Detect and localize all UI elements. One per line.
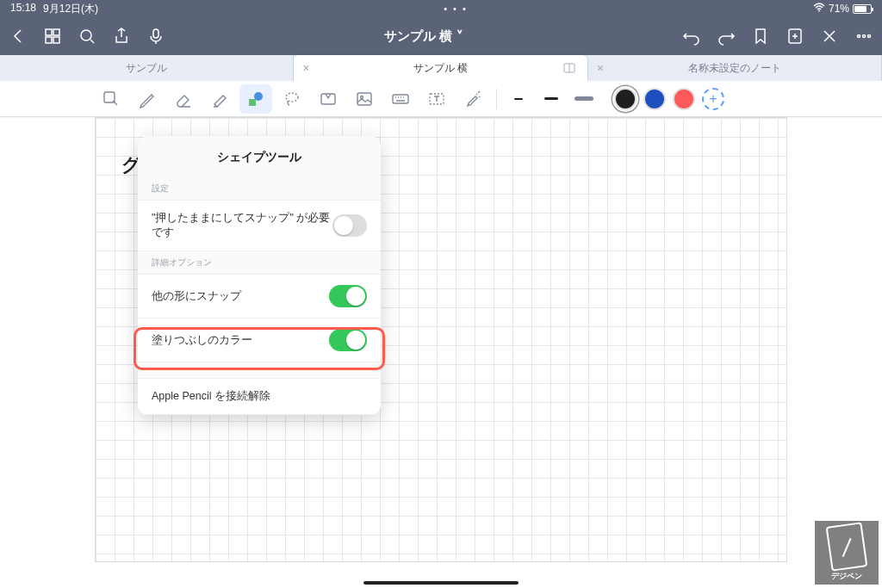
row-disconnect-pencil[interactable]: Apple Pencil を接続解除 [138, 378, 381, 415]
toggle-fill-color[interactable] [329, 329, 367, 351]
status-time: 15:18 [10, 2, 36, 16]
popover-section-settings: 設定 [138, 177, 381, 200]
tool-pen[interactable] [131, 84, 164, 114]
row-snap-other: 他の形にスナップ [138, 274, 381, 319]
back-icon[interactable] [9, 27, 28, 46]
tab-1-label: サンプル 横 [413, 61, 468, 76]
svg-point-10 [868, 35, 871, 38]
svg-point-9 [863, 35, 866, 38]
tab-0-label: サンプル [126, 61, 167, 76]
watermark: デジペン [815, 521, 879, 585]
tool-highlighter[interactable] [203, 84, 236, 114]
svg-rect-1 [46, 29, 52, 35]
watermark-label: デジペン [831, 571, 862, 582]
tool-zoom[interactable] [95, 84, 127, 114]
popover-title: シェイプツール [138, 136, 381, 177]
more-icon[interactable] [854, 27, 873, 46]
status-bar: 15:18 9月12日(木) • • • 71% [0, 0, 882, 17]
stroke-med[interactable] [537, 91, 566, 107]
svg-rect-4 [53, 37, 59, 43]
tool-image[interactable] [348, 84, 381, 114]
tab2-close-icon[interactable]: × [597, 61, 604, 75]
share-icon[interactable] [112, 27, 131, 46]
watermark-device-icon [826, 522, 868, 571]
svg-point-18 [361, 96, 363, 98]
row-snap-required: "押したままにしてスナップ" が必要です [138, 200, 381, 251]
svg-point-8 [858, 35, 860, 38]
color-black[interactable] [614, 88, 637, 110]
row-snap-other-label: 他の形にスナップ [152, 289, 241, 304]
status-multitask-dots[interactable]: • • • [98, 3, 813, 14]
stroke-thin[interactable] [504, 91, 533, 107]
tool-textbox[interactable] [420, 84, 453, 114]
tab-0[interactable]: サンプル [0, 55, 294, 81]
svg-point-5 [81, 30, 91, 40]
thumbnails-icon[interactable] [43, 27, 62, 46]
tool-lasso[interactable] [276, 84, 308, 114]
shape-tool-popover: シェイプツール 設定 "押したままにしてスナップ" が必要です 詳細オプション … [138, 136, 381, 415]
tab-1[interactable]: × サンプル 横 [294, 55, 587, 81]
mic-icon[interactable] [146, 27, 165, 46]
wifi-icon [813, 3, 825, 15]
stroke-thick[interactable] [569, 91, 599, 107]
tool-laser[interactable] [457, 84, 489, 114]
row-fill-color: 塗りつぶしのカラー [138, 319, 381, 362]
tool-keyboard[interactable] [384, 84, 417, 114]
row-disconnect-pencil-label: Apple Pencil を接続解除 [152, 389, 270, 404]
tab-close-icon[interactable]: × [302, 61, 309, 75]
redo-icon[interactable] [717, 27, 736, 46]
svg-point-0 [818, 10, 820, 12]
toolbar-separator [496, 89, 497, 109]
add-page-icon[interactable] [786, 27, 804, 46]
toggle-snap-other[interactable] [329, 285, 367, 307]
tool-eraser[interactable] [167, 84, 200, 114]
tool-elements[interactable] [312, 84, 345, 114]
tab-2[interactable]: ×名称未設定のノート [588, 55, 882, 81]
battery-icon [853, 4, 872, 14]
color-red[interactable] [673, 88, 695, 110]
svg-rect-6 [153, 29, 158, 38]
home-indicator[interactable] [363, 581, 519, 585]
tab-strip: サンプル × サンプル 横 ×名称未設定のノート [0, 55, 882, 81]
toolbar: + [0, 81, 882, 117]
toggle-snap-required[interactable] [332, 214, 367, 237]
svg-rect-2 [53, 29, 59, 35]
tool-shapes[interactable] [239, 84, 272, 114]
tab-book-icon[interactable] [563, 62, 575, 74]
svg-rect-3 [46, 37, 52, 43]
search-icon[interactable] [78, 27, 96, 46]
svg-point-14 [254, 92, 263, 101]
popover-section-advanced: 詳細オプション [138, 251, 381, 274]
close-icon[interactable] [820, 27, 839, 46]
undo-icon[interactable] [682, 27, 701, 46]
row-fill-color-label: 塗りつぶしのカラー [152, 333, 252, 348]
color-blue[interactable] [643, 88, 666, 110]
page-title[interactable]: サンプル 横 ˅ [165, 28, 682, 45]
svg-rect-13 [249, 99, 256, 106]
bookmark-icon[interactable] [751, 27, 770, 46]
svg-rect-19 [393, 95, 408, 103]
battery-percent: 71% [829, 3, 849, 15]
status-date: 9月12日(木) [43, 2, 98, 16]
svg-rect-17 [357, 93, 371, 105]
color-add[interactable]: + [702, 88, 724, 110]
nav-bar: サンプル 横 ˅ [0, 17, 882, 55]
row-snap-required-label: "押したままにしてスナップ" が必要です [152, 211, 332, 240]
tab-2-label: 名称未設定のノート [688, 61, 781, 76]
svg-point-15 [286, 93, 298, 102]
